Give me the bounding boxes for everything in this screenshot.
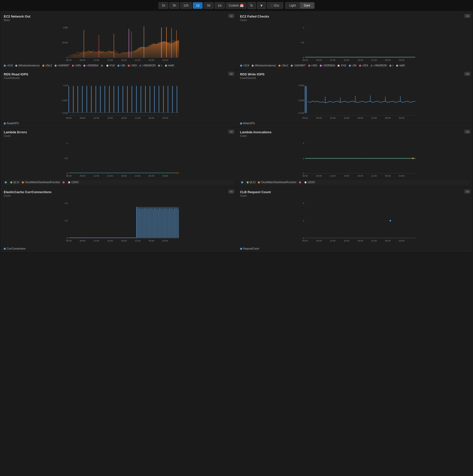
svg-text:1: 1	[303, 157, 304, 160]
y-axis-label-clb: Count	[240, 194, 469, 197]
svg-text:12:00: 12:00	[330, 117, 336, 119]
panel-ec2-failed-checks: EC2 Failed Checks xa Count 1 0.5 0 06:00…	[237, 12, 473, 69]
legend-elasticache: CurrConnections	[4, 247, 233, 250]
panel-title-ec2-failed-checks: EC2 Failed Checks	[240, 15, 469, 18]
time-1h[interactable]: 1h	[159, 2, 168, 9]
dropdown-button[interactable]: ▼	[257, 2, 266, 9]
legend-lambda-invocations: QL3J CloudWatchDashboardFunction 1ZE6C	[240, 180, 469, 185]
svg-text:06:00: 06:00	[66, 240, 72, 242]
svg-text:06:00: 06:00	[302, 240, 308, 242]
panel-clb-request-count: CLB Request Count xa Count 2 1 0 06:00 0…	[237, 187, 473, 252]
svg-text:0.5: 0.5	[65, 157, 68, 160]
svg-text:09:00: 09:00	[80, 59, 85, 61]
svg-text:15:00: 15:00	[344, 117, 349, 119]
svg-text:00:00: 00:00	[385, 117, 391, 119]
legend-item: i-0f2805b0	[83, 64, 98, 67]
svg-text:0.233: 0.233	[62, 112, 68, 114]
svg-text:00:00: 00:00	[385, 240, 391, 242]
svg-text:3.2: 3.2	[65, 219, 68, 222]
panel-elasticache-curr-connections: ElasticCache CurrConnections xa Count 3.…	[1, 187, 236, 252]
svg-text:09:00: 09:00	[316, 240, 322, 242]
legend-item: i-013i	[240, 64, 249, 67]
legend-item: ReadIOPS	[4, 122, 19, 125]
time-1w[interactable]: 1w	[215, 2, 225, 9]
legend-item: i-065i	[72, 64, 81, 67]
time-3h[interactable]: 3h	[169, 2, 179, 9]
panel-title-lambda-errors: Lambda Errors	[4, 130, 233, 134]
svg-text:0: 0	[67, 172, 68, 175]
legend-item	[299, 181, 302, 184]
legend-item: (WindowsInstance)	[252, 64, 276, 67]
svg-text:1: 1	[303, 219, 304, 222]
chart-svg-rds-write-iops: 0.883 0.563 0.243 06:0	[240, 80, 469, 121]
svg-text:12:00: 12:00	[93, 59, 99, 61]
svg-text:03:00: 03:00	[399, 175, 404, 177]
panel-title-clb: CLB Request Count	[240, 190, 469, 194]
legend-item: i-065i	[308, 64, 317, 67]
svg-text:06:00: 06:00	[302, 175, 308, 177]
panel-title-elasticache: ElasticCache CurrConnections	[4, 190, 233, 194]
legend-item: i-013i	[4, 64, 13, 67]
svg-text:00:00: 00:00	[148, 117, 154, 119]
esc-button[interactable]: ⛶ Esc	[267, 2, 283, 9]
light-theme-button[interactable]: Light	[285, 3, 300, 9]
legend-item: i-0bc2	[42, 64, 52, 67]
svg-text:0.563: 0.563	[298, 99, 304, 102]
svg-text:1: 1	[67, 142, 68, 145]
svg-text:00:00: 00:00	[385, 175, 391, 177]
legend-item: i-0f2805b0i	[320, 64, 335, 67]
svg-text:21:00: 21:00	[135, 240, 140, 242]
y-axis-label-elasticache: Count	[4, 194, 233, 197]
chart-area-elasticache: 3.4 3.2 3	[4, 198, 233, 246]
chart-svg-ec2-failed-checks: 1 0.5 0 06:00 09:00 12:00 15:00 18:00 21…	[240, 23, 469, 63]
svg-text:09:00: 09:00	[316, 117, 322, 119]
svg-text:15:00: 15:00	[107, 240, 113, 242]
svg-text:06:00: 06:00	[302, 59, 308, 61]
svg-text:3: 3	[67, 237, 68, 240]
svg-text:00:00: 00:00	[148, 175, 154, 177]
svg-text:128k: 128k	[63, 26, 68, 29]
y-axis-label-lambda-invocations: Count	[240, 135, 469, 137]
legend-item: QL3J	[247, 181, 256, 184]
svg-text:09:00: 09:00	[316, 59, 322, 61]
legend-item	[241, 181, 244, 184]
legend-item	[5, 181, 8, 184]
legend-item: i-0bc2	[278, 64, 288, 67]
dashboard-grid: EC2 Network Out xa Bytes 128k 63.8k 0	[0, 11, 473, 253]
legend-item: i-08i	[117, 64, 125, 67]
svg-text:18:00: 18:00	[121, 240, 127, 242]
time-12h[interactable]: 12h	[180, 2, 192, 9]
svg-text:06:00: 06:00	[66, 175, 72, 177]
svg-text:15:00: 15:00	[344, 240, 349, 242]
svg-text:09:00: 09:00	[80, 117, 85, 119]
top-bar: 1h 3h 12h 1d 3d 1w Custom 📅 ↻ ▼ ⛶ Esc Li…	[0, 0, 473, 11]
calendar-icon: 📅	[240, 4, 244, 7]
time-3d[interactable]: 3d	[204, 2, 213, 9]
svg-text:0.34: 0.34	[63, 84, 68, 87]
svg-text:18:00: 18:00	[357, 59, 363, 61]
svg-text:00:00: 00:00	[385, 59, 391, 61]
svg-text:18:00: 18:00	[357, 175, 363, 177]
svg-text:18:00: 18:00	[121, 117, 127, 119]
legend-item: (WindowsInstance)	[15, 64, 40, 67]
refresh-button[interactable]: ↻	[247, 2, 256, 9]
legend-item: WriteIOPS	[240, 122, 255, 125]
legend-item: i4a80	[165, 64, 174, 67]
svg-text:18:00: 18:00	[357, 117, 363, 119]
custom-range-button[interactable]: Custom 📅	[226, 2, 246, 9]
svg-text:12:00: 12:00	[93, 175, 99, 177]
svg-text:06:00: 06:00	[66, 117, 72, 119]
svg-text:03:00: 03:00	[399, 117, 404, 119]
panel-badge-clb: xa	[464, 190, 470, 193]
svg-text:03:00: 03:00	[399, 59, 404, 61]
chart-area-ec2-network-out: 128k 63.8k 0	[4, 23, 233, 63]
svg-text:03:00: 03:00	[399, 240, 404, 242]
dark-theme-button[interactable]: Dark	[300, 3, 314, 9]
legend-item: i-0d9486f7	[55, 64, 69, 67]
svg-text:03:00: 03:00	[162, 117, 168, 119]
time-1d[interactable]: 1d	[193, 2, 203, 9]
svg-text:06:00: 06:00	[302, 117, 308, 119]
svg-text:12:00: 12:00	[330, 175, 336, 177]
svg-text:12:00: 12:00	[93, 117, 99, 119]
svg-text:0: 0	[303, 237, 304, 240]
